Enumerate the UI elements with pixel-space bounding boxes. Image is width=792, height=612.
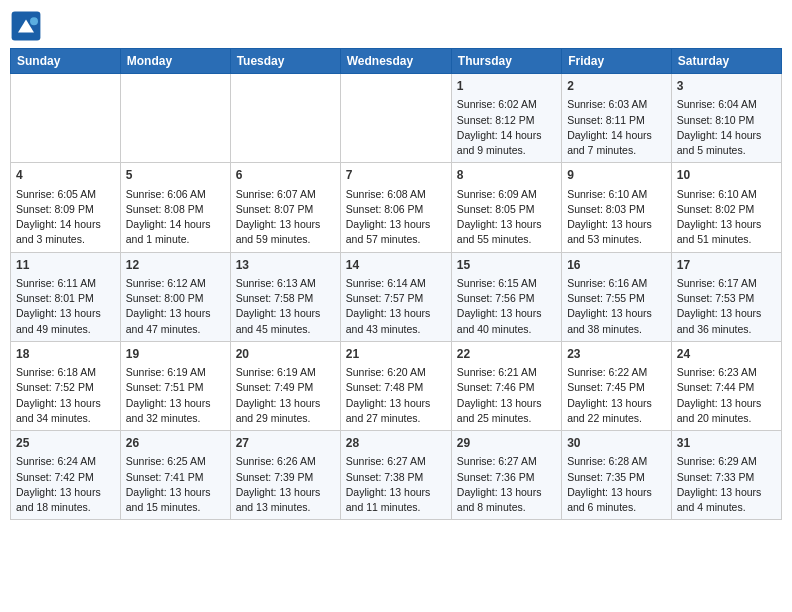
day-info: Sunrise: 6:25 AM Sunset: 7:41 PM Dayligh… [126,454,225,515]
day-number: 15 [457,257,556,274]
calendar-cell: 4Sunrise: 6:05 AM Sunset: 8:09 PM Daylig… [11,163,121,252]
day-number: 25 [16,435,115,452]
day-info: Sunrise: 6:11 AM Sunset: 8:01 PM Dayligh… [16,276,115,337]
day-number: 23 [567,346,666,363]
day-info: Sunrise: 6:12 AM Sunset: 8:00 PM Dayligh… [126,276,225,337]
day-info: Sunrise: 6:08 AM Sunset: 8:06 PM Dayligh… [346,187,446,248]
calendar-cell: 25Sunrise: 6:24 AM Sunset: 7:42 PM Dayli… [11,431,121,520]
day-number: 2 [567,78,666,95]
day-info: Sunrise: 6:27 AM Sunset: 7:38 PM Dayligh… [346,454,446,515]
day-number: 5 [126,167,225,184]
day-number: 19 [126,346,225,363]
calendar-cell: 18Sunrise: 6:18 AM Sunset: 7:52 PM Dayli… [11,341,121,430]
day-info: Sunrise: 6:09 AM Sunset: 8:05 PM Dayligh… [457,187,556,248]
day-info: Sunrise: 6:15 AM Sunset: 7:56 PM Dayligh… [457,276,556,337]
day-info: Sunrise: 6:13 AM Sunset: 7:58 PM Dayligh… [236,276,335,337]
calendar-cell: 30Sunrise: 6:28 AM Sunset: 7:35 PM Dayli… [562,431,672,520]
calendar-cell: 22Sunrise: 6:21 AM Sunset: 7:46 PM Dayli… [451,341,561,430]
day-info: Sunrise: 6:14 AM Sunset: 7:57 PM Dayligh… [346,276,446,337]
day-number: 24 [677,346,776,363]
day-info: Sunrise: 6:05 AM Sunset: 8:09 PM Dayligh… [16,187,115,248]
day-number: 27 [236,435,335,452]
calendar-cell: 7Sunrise: 6:08 AM Sunset: 8:06 PM Daylig… [340,163,451,252]
day-number: 16 [567,257,666,274]
day-number: 9 [567,167,666,184]
day-info: Sunrise: 6:16 AM Sunset: 7:55 PM Dayligh… [567,276,666,337]
day-number: 14 [346,257,446,274]
calendar-cell: 16Sunrise: 6:16 AM Sunset: 7:55 PM Dayli… [562,252,672,341]
logo-icon [10,10,42,42]
calendar-table: SundayMondayTuesdayWednesdayThursdayFrid… [10,48,782,520]
calendar-cell: 20Sunrise: 6:19 AM Sunset: 7:49 PM Dayli… [230,341,340,430]
day-number: 22 [457,346,556,363]
calendar-cell: 21Sunrise: 6:20 AM Sunset: 7:48 PM Dayli… [340,341,451,430]
day-number: 20 [236,346,335,363]
day-info: Sunrise: 6:17 AM Sunset: 7:53 PM Dayligh… [677,276,776,337]
svg-point-2 [30,17,38,25]
calendar-cell: 24Sunrise: 6:23 AM Sunset: 7:44 PM Dayli… [671,341,781,430]
calendar-cell: 13Sunrise: 6:13 AM Sunset: 7:58 PM Dayli… [230,252,340,341]
weekday-header-monday: Monday [120,49,230,74]
calendar-cell: 15Sunrise: 6:15 AM Sunset: 7:56 PM Dayli… [451,252,561,341]
day-info: Sunrise: 6:19 AM Sunset: 7:49 PM Dayligh… [236,365,335,426]
day-info: Sunrise: 6:21 AM Sunset: 7:46 PM Dayligh… [457,365,556,426]
day-info: Sunrise: 6:27 AM Sunset: 7:36 PM Dayligh… [457,454,556,515]
weekday-header-saturday: Saturday [671,49,781,74]
calendar-cell: 8Sunrise: 6:09 AM Sunset: 8:05 PM Daylig… [451,163,561,252]
day-info: Sunrise: 6:24 AM Sunset: 7:42 PM Dayligh… [16,454,115,515]
calendar-cell: 23Sunrise: 6:22 AM Sunset: 7:45 PM Dayli… [562,341,672,430]
calendar-cell: 3Sunrise: 6:04 AM Sunset: 8:10 PM Daylig… [671,74,781,163]
calendar-cell: 27Sunrise: 6:26 AM Sunset: 7:39 PM Dayli… [230,431,340,520]
day-number: 3 [677,78,776,95]
day-number: 26 [126,435,225,452]
day-info: Sunrise: 6:23 AM Sunset: 7:44 PM Dayligh… [677,365,776,426]
calendar-cell: 11Sunrise: 6:11 AM Sunset: 8:01 PM Dayli… [11,252,121,341]
calendar-cell: 14Sunrise: 6:14 AM Sunset: 7:57 PM Dayli… [340,252,451,341]
day-info: Sunrise: 6:04 AM Sunset: 8:10 PM Dayligh… [677,97,776,158]
calendar-cell [230,74,340,163]
day-number: 18 [16,346,115,363]
day-number: 31 [677,435,776,452]
calendar-cell: 28Sunrise: 6:27 AM Sunset: 7:38 PM Dayli… [340,431,451,520]
day-number: 21 [346,346,446,363]
calendar-cell: 12Sunrise: 6:12 AM Sunset: 8:00 PM Dayli… [120,252,230,341]
weekday-header-thursday: Thursday [451,49,561,74]
day-number: 12 [126,257,225,274]
day-info: Sunrise: 6:07 AM Sunset: 8:07 PM Dayligh… [236,187,335,248]
calendar-cell: 26Sunrise: 6:25 AM Sunset: 7:41 PM Dayli… [120,431,230,520]
day-number: 30 [567,435,666,452]
day-info: Sunrise: 6:22 AM Sunset: 7:45 PM Dayligh… [567,365,666,426]
calendar-cell [11,74,121,163]
calendar-cell [120,74,230,163]
calendar-cell: 19Sunrise: 6:19 AM Sunset: 7:51 PM Dayli… [120,341,230,430]
calendar-cell: 2Sunrise: 6:03 AM Sunset: 8:11 PM Daylig… [562,74,672,163]
day-number: 28 [346,435,446,452]
day-info: Sunrise: 6:02 AM Sunset: 8:12 PM Dayligh… [457,97,556,158]
day-number: 8 [457,167,556,184]
calendar-cell [340,74,451,163]
calendar-cell: 17Sunrise: 6:17 AM Sunset: 7:53 PM Dayli… [671,252,781,341]
weekday-header-tuesday: Tuesday [230,49,340,74]
day-info: Sunrise: 6:29 AM Sunset: 7:33 PM Dayligh… [677,454,776,515]
calendar-cell: 31Sunrise: 6:29 AM Sunset: 7:33 PM Dayli… [671,431,781,520]
day-info: Sunrise: 6:03 AM Sunset: 8:11 PM Dayligh… [567,97,666,158]
weekday-header-sunday: Sunday [11,49,121,74]
day-number: 6 [236,167,335,184]
calendar-cell: 1Sunrise: 6:02 AM Sunset: 8:12 PM Daylig… [451,74,561,163]
day-number: 4 [16,167,115,184]
day-info: Sunrise: 6:20 AM Sunset: 7:48 PM Dayligh… [346,365,446,426]
calendar-cell: 6Sunrise: 6:07 AM Sunset: 8:07 PM Daylig… [230,163,340,252]
weekday-header-friday: Friday [562,49,672,74]
calendar-cell: 10Sunrise: 6:10 AM Sunset: 8:02 PM Dayli… [671,163,781,252]
day-number: 13 [236,257,335,274]
day-info: Sunrise: 6:19 AM Sunset: 7:51 PM Dayligh… [126,365,225,426]
day-number: 1 [457,78,556,95]
logo [10,10,46,42]
weekday-header-wednesday: Wednesday [340,49,451,74]
calendar-cell: 9Sunrise: 6:10 AM Sunset: 8:03 PM Daylig… [562,163,672,252]
day-number: 7 [346,167,446,184]
day-info: Sunrise: 6:10 AM Sunset: 8:02 PM Dayligh… [677,187,776,248]
day-number: 17 [677,257,776,274]
day-info: Sunrise: 6:06 AM Sunset: 8:08 PM Dayligh… [126,187,225,248]
day-info: Sunrise: 6:10 AM Sunset: 8:03 PM Dayligh… [567,187,666,248]
